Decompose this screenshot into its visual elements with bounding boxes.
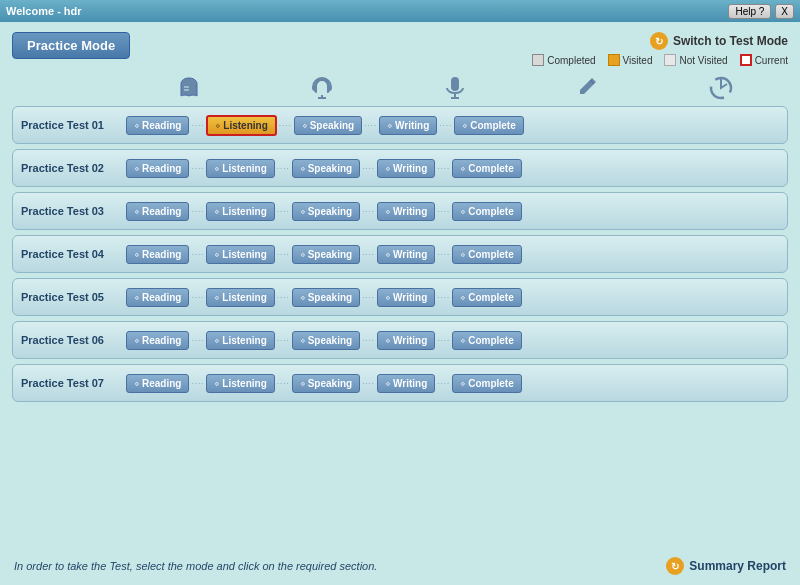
section-label: Complete <box>468 206 514 217</box>
section-button-listening[interactable]: ⬦Listening <box>206 115 276 136</box>
section-button-writing[interactable]: ⬦Writing <box>377 331 435 350</box>
section-dots: ···· <box>277 336 290 345</box>
top-right: ↻ Switch to Test Mode Completed Visited … <box>532 32 788 66</box>
btn-arrow-icon: ⬦ <box>214 163 219 173</box>
listening-column-icon <box>255 74 388 102</box>
switch-test-mode-button[interactable]: ↻ Switch to Test Mode <box>650 32 788 50</box>
section-dots: ···· <box>191 293 204 302</box>
section-button-writing[interactable]: ⬦Writing <box>379 116 437 135</box>
btn-arrow-icon: ⬦ <box>134 378 139 388</box>
section-button-reading[interactable]: ⬦Reading <box>126 245 189 264</box>
section-label: Reading <box>142 378 181 389</box>
legend-visited-label: Visited <box>623 55 653 66</box>
btn-arrow-icon: ⬦ <box>300 292 305 302</box>
section-dots: ···· <box>279 121 292 130</box>
section-label: Complete <box>468 292 514 303</box>
btn-arrow-icon: ⬦ <box>134 249 139 259</box>
section-label: Listening <box>222 163 266 174</box>
section-button-reading[interactable]: ⬦Reading <box>126 116 189 135</box>
section-button-complete[interactable]: ⬦Complete <box>452 331 522 350</box>
section-buttons: ⬦Reading····⬦Listening····⬦Speaking····⬦… <box>126 288 779 307</box>
section-button-writing[interactable]: ⬦Writing <box>377 245 435 264</box>
section-button-writing[interactable]: ⬦Writing <box>377 159 435 178</box>
section-button-listening[interactable]: ⬦Listening <box>206 374 274 393</box>
section-button-complete[interactable]: ⬦Complete <box>454 116 524 135</box>
section-dots: ···· <box>191 207 204 216</box>
section-button-speaking[interactable]: ⬦Speaking <box>292 288 360 307</box>
section-button-complete[interactable]: ⬦Complete <box>452 288 522 307</box>
reading-column-icon <box>122 74 255 102</box>
section-buttons: ⬦Reading····⬦Listening····⬦Speaking····⬦… <box>126 115 779 136</box>
section-button-listening[interactable]: ⬦Listening <box>206 159 274 178</box>
switch-label: Switch to Test Mode <box>673 34 788 48</box>
section-button-speaking[interactable]: ⬦Speaking <box>292 159 360 178</box>
test-row: Practice Test 03⬦Reading····⬦Listening··… <box>12 192 788 230</box>
section-button-reading[interactable]: ⬦Reading <box>126 288 189 307</box>
btn-arrow-icon: ⬦ <box>134 120 139 130</box>
section-button-writing[interactable]: ⬦Writing <box>377 288 435 307</box>
help-button[interactable]: Help ? <box>728 4 771 19</box>
writing-column-icon <box>522 74 655 102</box>
section-button-writing[interactable]: ⬦Writing <box>377 202 435 221</box>
btn-arrow-icon: ⬦ <box>302 120 307 130</box>
btn-arrow-icon: ⬦ <box>300 335 305 345</box>
section-dots: ···· <box>191 250 204 259</box>
legend-not-visited-box <box>664 54 676 66</box>
section-button-speaking[interactable]: ⬦Speaking <box>292 374 360 393</box>
close-button[interactable]: X <box>775 4 794 19</box>
section-button-complete[interactable]: ⬦Complete <box>452 202 522 221</box>
section-button-complete[interactable]: ⬦Complete <box>452 159 522 178</box>
section-label: Complete <box>468 163 514 174</box>
section-button-listening[interactable]: ⬦Listening <box>206 331 274 350</box>
test-name: Practice Test 05 <box>21 291 126 303</box>
test-name: Practice Test 03 <box>21 205 126 217</box>
section-button-complete[interactable]: ⬦Complete <box>452 374 522 393</box>
section-button-complete[interactable]: ⬦Complete <box>452 245 522 264</box>
btn-arrow-icon: ⬦ <box>385 292 390 302</box>
section-button-speaking[interactable]: ⬦Speaking <box>292 245 360 264</box>
section-dots: ···· <box>437 336 450 345</box>
test-name: Practice Test 01 <box>21 119 126 131</box>
section-dots: ···· <box>191 379 204 388</box>
section-label: Speaking <box>308 335 352 346</box>
section-dots: ···· <box>277 250 290 259</box>
section-label: Listening <box>222 206 266 217</box>
btn-arrow-icon: ⬦ <box>214 292 219 302</box>
btn-arrow-icon: ⬦ <box>387 120 392 130</box>
section-button-listening[interactable]: ⬦Listening <box>206 288 274 307</box>
section-button-reading[interactable]: ⬦Reading <box>126 331 189 350</box>
section-dots: ···· <box>277 293 290 302</box>
btn-arrow-icon: ⬦ <box>385 163 390 173</box>
section-button-reading[interactable]: ⬦Reading <box>126 159 189 178</box>
section-dots: ···· <box>437 250 450 259</box>
section-button-speaking[interactable]: ⬦Speaking <box>292 331 360 350</box>
section-button-reading[interactable]: ⬦Reading <box>126 374 189 393</box>
section-button-reading[interactable]: ⬦Reading <box>126 202 189 221</box>
summary-label: Summary Report <box>689 559 786 573</box>
section-button-listening[interactable]: ⬦Listening <box>206 245 274 264</box>
section-label: Listening <box>222 292 266 303</box>
test-name: Practice Test 02 <box>21 162 126 174</box>
test-row: Practice Test 06⬦Reading····⬦Listening··… <box>12 321 788 359</box>
section-button-writing[interactable]: ⬦Writing <box>377 374 435 393</box>
legend-completed-box <box>532 54 544 66</box>
section-label: Listening <box>223 120 267 131</box>
section-button-speaking[interactable]: ⬦Speaking <box>294 116 362 135</box>
summary-report-button[interactable]: ↻ Summary Report <box>666 557 786 575</box>
btn-arrow-icon: ⬦ <box>385 206 390 216</box>
btn-arrow-icon: ⬦ <box>215 120 220 130</box>
section-dots: ···· <box>362 207 375 216</box>
btn-arrow-icon: ⬦ <box>134 163 139 173</box>
section-button-speaking[interactable]: ⬦Speaking <box>292 202 360 221</box>
section-dots: ···· <box>364 121 377 130</box>
section-label: Reading <box>142 249 181 260</box>
section-dots: ···· <box>277 207 290 216</box>
section-dots: ···· <box>191 164 204 173</box>
section-label: Reading <box>142 335 181 346</box>
legend-not-visited: Not Visited <box>664 54 727 66</box>
section-buttons: ⬦Reading····⬦Listening····⬦Speaking····⬦… <box>126 202 779 221</box>
section-button-listening[interactable]: ⬦Listening <box>206 202 274 221</box>
section-dots: ···· <box>277 164 290 173</box>
section-label: Writing <box>395 120 429 131</box>
section-label: Speaking <box>308 249 352 260</box>
